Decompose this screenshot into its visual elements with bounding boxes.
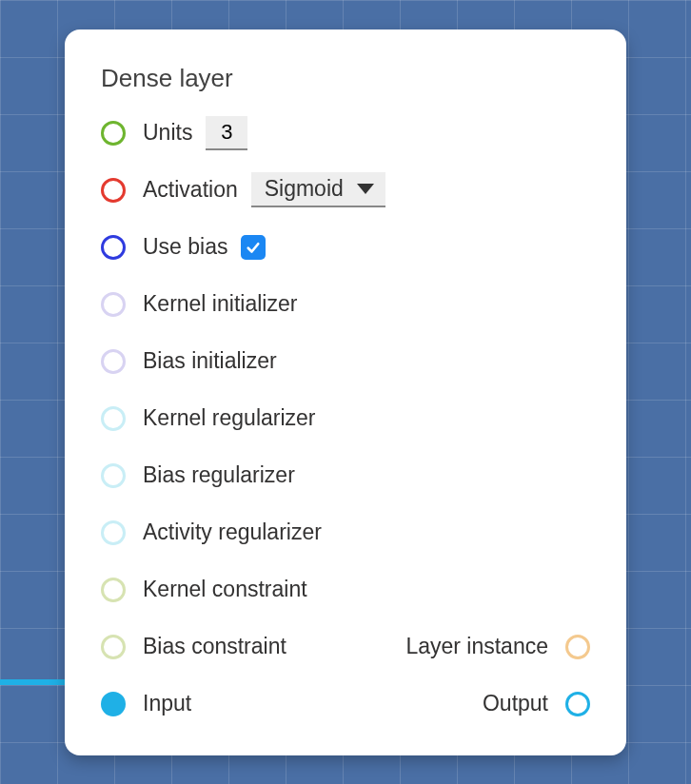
port-activation[interactable] [101, 178, 126, 203]
label-bias-initializer: Bias initializer [143, 348, 277, 374]
port-units[interactable] [101, 121, 126, 146]
use-bias-checkbox[interactable] [241, 235, 266, 260]
row-use-bias: Use bias [101, 226, 590, 268]
port-kernel-regularizer[interactable] [101, 406, 126, 431]
label-output: Output [483, 691, 548, 716]
row-kernel-constraint: Kernel constraint [101, 569, 590, 611]
card-title: Dense layer [101, 64, 590, 93]
port-kernel-initializer[interactable] [101, 292, 126, 317]
label-bias-constraint: Bias constraint [143, 634, 286, 659]
row-activation: Activation Sigmoid [101, 169, 590, 211]
row-input-output: Input Output [101, 683, 590, 725]
row-bias-regularizer: Bias regularizer [101, 455, 590, 497]
row-kernel-regularizer: Kernel regularizer [101, 398, 590, 440]
port-bias-initializer[interactable] [101, 349, 126, 374]
port-bias-constraint[interactable] [101, 635, 126, 659]
row-activity-regularizer: Activity regularizer [101, 512, 590, 554]
label-input: Input [143, 691, 191, 716]
row-units: Units [101, 112, 590, 154]
activation-value: Sigmoid [265, 176, 344, 202]
port-bias-regularizer[interactable] [101, 463, 126, 488]
port-input[interactable] [101, 692, 126, 716]
label-activation: Activation [143, 177, 238, 203]
caret-down-icon [357, 184, 374, 194]
row-bias-constraint: Bias constraint Layer instance [101, 626, 590, 668]
label-kernel-constraint: Kernel constraint [143, 577, 307, 602]
label-use-bias: Use bias [143, 234, 227, 260]
row-kernel-initializer: Kernel initializer [101, 284, 590, 325]
row-bias-initializer: Bias initializer [101, 341, 590, 382]
label-kernel-regularizer: Kernel regularizer [143, 405, 316, 431]
dense-layer-card: Dense layer Units Activation Sigmoid Use… [65, 29, 626, 755]
port-output[interactable] [565, 692, 590, 716]
label-bias-regularizer: Bias regularizer [143, 462, 295, 488]
label-activity-regularizer: Activity regularizer [143, 519, 322, 545]
check-icon [245, 239, 262, 256]
activation-select[interactable]: Sigmoid [251, 172, 385, 207]
label-layer-instance: Layer instance [405, 634, 548, 659]
port-kernel-constraint[interactable] [101, 578, 126, 602]
port-use-bias[interactable] [101, 235, 126, 260]
port-layer-instance[interactable] [565, 635, 590, 659]
label-kernel-initializer: Kernel initializer [143, 291, 297, 317]
units-input[interactable] [206, 116, 247, 150]
port-activity-regularizer[interactable] [101, 520, 126, 545]
label-units: Units [143, 120, 192, 146]
